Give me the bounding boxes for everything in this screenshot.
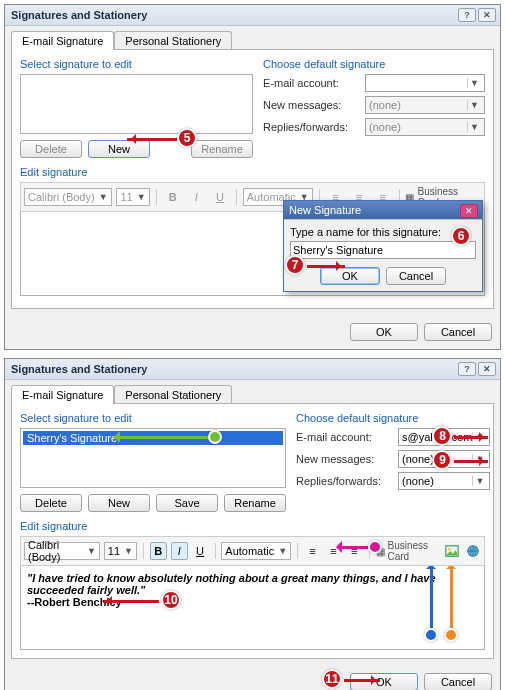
callout-10: 10 (161, 590, 181, 610)
titlebar: Signatures and Stationery ? ✕ (5, 5, 500, 26)
callout-5: 5 (177, 128, 197, 148)
delete-button[interactable]: Delete (20, 140, 82, 158)
signature-editor[interactable]: "I have tried to know absolutely nothing… (20, 566, 485, 650)
tab-personal-stationery[interactable]: Personal Stationery (114, 31, 232, 50)
tab-panel: Select signature to edit Sherry's Signat… (11, 403, 494, 659)
callout-orange-dot (444, 628, 458, 642)
edit-signature-label: Edit signature (20, 166, 485, 178)
help-icon[interactable]: ? (458, 8, 476, 22)
callout-9-arrow (454, 460, 488, 463)
ok-button[interactable]: OK (350, 323, 418, 341)
save-button[interactable]: Save (156, 494, 218, 512)
italic-button[interactable]: I (171, 542, 188, 560)
chevron-down-icon: ▼ (467, 122, 481, 132)
callout-11-arrow (344, 679, 380, 682)
new-messages-value: (none) (402, 453, 434, 465)
underline-button[interactable]: U (192, 542, 209, 560)
replies-combo[interactable]: (none) ▼ (398, 472, 490, 490)
align-left-button[interactable]: ≡ (304, 542, 321, 560)
callout-blue-arrow (430, 566, 433, 628)
inner-cancel-button[interactable]: Cancel (386, 267, 446, 285)
font-combo[interactable]: Calibri (Body)▼ (24, 188, 112, 206)
rename-button[interactable]: Rename (191, 140, 253, 158)
dialog-footer: OK Cancel 11 (5, 665, 500, 690)
signature-quote: "I have tried to know absolutely nothing… (27, 572, 478, 596)
callout-6: 6 (451, 226, 471, 246)
signature-name-input[interactable] (290, 241, 476, 259)
font-combo[interactable]: Calibri (Body)▼ (24, 542, 100, 560)
callout-green-arrow (115, 436, 210, 439)
email-account-label: E-mail account: (263, 77, 359, 89)
inner-ok-button[interactable]: OK (320, 267, 380, 285)
tab-panel: Select signature to edit Delete New Rena… (11, 49, 494, 309)
callout-magenta-arrowhead (330, 541, 342, 553)
callout-5-arrow (127, 138, 177, 141)
inner-prompt: Type a name for this signature: (290, 226, 476, 238)
new-messages-combo[interactable]: (none) ▼ (365, 96, 485, 114)
close-icon[interactable]: ✕ (478, 8, 496, 22)
color-combo[interactable]: Automatic▼ (221, 542, 291, 560)
callout-orange-arrow (450, 566, 453, 628)
signatures-dialog-top: Signatures and Stationery ? ✕ E-mail Sig… (4, 4, 501, 350)
edit-signature-label: Edit signature (20, 520, 485, 532)
callout-blue-dot (424, 628, 438, 642)
replies-value: (none) (402, 475, 434, 487)
picture-icon (445, 544, 459, 558)
callout-magenta-arrow (340, 546, 368, 549)
globe-icon (466, 544, 480, 558)
picture-button[interactable] (443, 542, 460, 560)
signature-list[interactable] (20, 74, 253, 134)
replies-label: Replies/forwards: (263, 121, 359, 133)
delete-button[interactable]: Delete (20, 494, 82, 512)
inner-titlebar: New Signature ✕ (284, 201, 482, 220)
dialog-footer: OK Cancel (5, 315, 500, 349)
chevron-down-icon: ▼ (467, 78, 481, 88)
signature-author: --Robert Benchley (27, 596, 478, 608)
callout-green-dot (208, 430, 222, 444)
size-combo[interactable]: 11▼ (116, 188, 149, 206)
inner-close-icon[interactable]: ✕ (460, 204, 478, 218)
help-icon[interactable]: ? (458, 362, 476, 376)
choose-default-label: Choose default signature (296, 412, 490, 424)
new-button[interactable]: New (88, 494, 150, 512)
new-messages-label: New messages: (263, 99, 359, 111)
underline-button[interactable]: U (210, 188, 230, 206)
chevron-down-icon: ▼ (467, 100, 481, 110)
callout-magenta-dot (368, 540, 382, 554)
tab-personal-stationery[interactable]: Personal Stationery (114, 385, 232, 404)
align-right-button[interactable]: ≡ (346, 542, 363, 560)
tab-email-signature[interactable]: E-mail Signature (11, 31, 114, 50)
inner-title: New Signature (289, 204, 361, 216)
rename-button[interactable]: Rename (224, 494, 286, 512)
replies-value: (none) (369, 121, 401, 133)
callout-8-arrow (454, 436, 488, 439)
tab-email-signature[interactable]: E-mail Signature (11, 385, 114, 404)
new-messages-value: (none) (369, 99, 401, 111)
replies-combo[interactable]: (none) ▼ (365, 118, 485, 136)
size-combo[interactable]: 11▼ (104, 542, 137, 560)
callout-7: 7 (285, 255, 305, 275)
select-signature-label: Select signature to edit (20, 412, 286, 424)
callout-7-arrow (307, 265, 345, 268)
italic-button[interactable]: I (186, 188, 206, 206)
email-account-label: E-mail account: (296, 431, 392, 443)
business-card-button[interactable]: ▦ Business Card (376, 540, 440, 562)
new-messages-label: New messages: (296, 453, 392, 465)
bold-button[interactable]: B (163, 188, 183, 206)
replies-label: Replies/forwards: (296, 475, 392, 487)
new-signature-dialog: New Signature ✕ Type a name for this sig… (283, 200, 483, 292)
dialog-title: Signatures and Stationery (11, 363, 147, 375)
cancel-button[interactable]: Cancel (424, 673, 492, 690)
bold-button[interactable]: B (150, 542, 167, 560)
new-button[interactable]: New (88, 140, 150, 158)
hyperlink-button[interactable] (464, 542, 481, 560)
titlebar: Signatures and Stationery ? ✕ (5, 359, 500, 380)
chevron-down-icon: ▼ (472, 476, 486, 486)
email-account-combo[interactable]: ▼ (365, 74, 485, 92)
choose-default-label: Choose default signature (263, 58, 485, 70)
dialog-title: Signatures and Stationery (11, 9, 147, 21)
cancel-button[interactable]: Cancel (424, 323, 492, 341)
svg-point-1 (448, 548, 451, 551)
close-icon[interactable]: ✕ (478, 362, 496, 376)
signature-toolbar: Calibri (Body)▼ 11▼ B I U Automatic▼ ≡ ≡… (20, 536, 485, 566)
